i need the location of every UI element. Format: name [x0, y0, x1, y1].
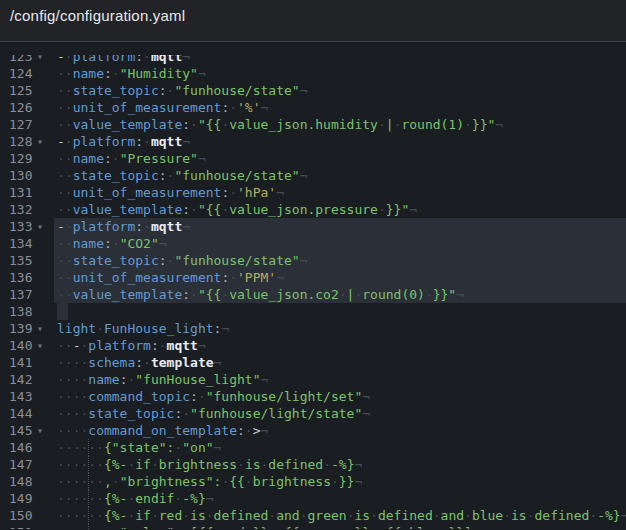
line-number: 131: [9, 184, 34, 201]
code-token: is: [245, 457, 261, 472]
code-token: :: [135, 49, 143, 64]
code-token: blue: [472, 508, 503, 523]
code-text[interactable]: ··unit_of_measurement:·'hPa'¬: [54, 184, 626, 201]
code-text[interactable]: ··state_topic:·"funhouse/state"¬: [54, 252, 626, 269]
whitespace-dots: ·: [112, 525, 120, 529]
code-text[interactable]: ······,·"brightness":·{{·brightness·}}¬: [54, 473, 626, 490]
code-text[interactable]: ······{%-·if·brightness·is·defined·-%}¬: [54, 456, 626, 473]
whitespace-dots: ·: [276, 525, 284, 529]
whitespace-dots: ····: [57, 508, 88, 523]
code-token: is: [354, 508, 370, 523]
line-gutter: 139▾: [0, 320, 54, 337]
code-token: "on": [182, 440, 213, 455]
code-text[interactable]: ··state_topic:·"funhouse/state"¬: [54, 82, 626, 99]
whitespace-dots: ··: [57, 338, 73, 353]
whitespace-dots: ····: [57, 355, 88, 370]
code-text[interactable]: ··-·platform:·mqtt¬: [54, 337, 626, 354]
newline-glyph: ¬: [198, 338, 206, 353]
fold-arrow-icon[interactable]: ▾: [37, 218, 49, 235]
code-token: mqtt: [167, 338, 198, 353]
line-gutter: 141: [0, 354, 54, 371]
code-text[interactable]: ····command_on_template:·>¬: [54, 422, 626, 439]
code-text[interactable]: [54, 303, 626, 320]
whitespace-dots: ·: [151, 457, 159, 472]
code-token: "funhouse/state": [174, 253, 299, 268]
code-token: "Pressure": [120, 151, 198, 166]
code-text[interactable]: ··name:·"Humidity"¬: [54, 65, 626, 82]
newline-glyph: ¬: [276, 270, 284, 285]
code-text[interactable]: ··state_topic:·"funhouse/state"¬: [54, 167, 626, 184]
code-text[interactable]: ··name:·"Pressure"¬: [54, 150, 626, 167]
line-number: 123: [9, 48, 34, 65]
code-text[interactable]: -·platform:·mqtt¬: [54, 218, 626, 235]
code-token: light: [57, 321, 96, 336]
code-token: value_template: [73, 117, 183, 132]
whitespace-dots: ··: [57, 66, 73, 81]
fold-arrow-icon[interactable]: ▾: [37, 422, 49, 439]
line-number: 127: [9, 116, 34, 133]
code-token: {{: [229, 474, 245, 489]
code-token: {%-: [104, 457, 127, 472]
code-text[interactable]: ··unit_of_measurement:·'PPM'¬: [54, 269, 626, 286]
code-text[interactable]: ······{%-·if·red·is·defined·and·green·is…: [54, 507, 626, 524]
code-token: -: [57, 134, 65, 149]
editor-toolbar: /config/configuration.yaml: [0, 0, 626, 42]
code-text[interactable]: ··value_template:·"{{·value_json.co2·|·r…: [54, 286, 626, 303]
whitespace-dots: ·: [65, 134, 73, 149]
code-text[interactable]: -·platform:·mqtt¬: [54, 133, 626, 150]
code-text[interactable]: ······{"state":·"on"¬: [54, 439, 626, 456]
code-text[interactable]: ····command_topic:·"funhouse/light/set"¬: [54, 388, 626, 405]
code-token: }}: [339, 474, 355, 489]
fold-arrow-icon[interactable]: ▾: [37, 320, 49, 337]
code-token: endif: [135, 491, 174, 506]
code-token: "funhouse/state": [174, 83, 299, 98]
code-token: -%}: [182, 491, 205, 506]
whitespace-dots: ····: [57, 406, 88, 421]
code-text[interactable]: ······,·"color":·[{{·red·}},·{{·green·}}…: [54, 524, 626, 529]
code-token: >: [253, 423, 261, 438]
newline-glyph: ¬: [456, 287, 464, 302]
code-token: platform: [73, 134, 136, 149]
code-token: -%}: [597, 508, 620, 523]
line-gutter: 150: [0, 507, 54, 524]
code-token: state_topic: [73, 83, 159, 98]
whitespace-dots: ··: [57, 168, 73, 183]
code-text[interactable]: ··value_template:·"{{·value_json.pressur…: [54, 201, 626, 218]
code-text[interactable]: ····name:·"funHouse_light"¬: [54, 371, 626, 388]
whitespace-dots: ·: [245, 474, 253, 489]
code-text[interactable]: ····schema:·template¬: [54, 354, 626, 371]
code-line: 133▾-·platform:·mqtt¬: [0, 218, 626, 235]
fold-arrow-icon[interactable]: ▾: [37, 337, 49, 354]
whitespace-dots: ·: [182, 508, 190, 523]
fold-arrow-icon[interactable]: ▾: [37, 133, 49, 150]
whitespace-dots: ··: [57, 287, 73, 302]
code-text[interactable]: ······{%-·endif·-%}¬: [54, 490, 626, 507]
newline-glyph: ¬: [206, 491, 214, 506]
code-line: 149······{%-·endif·-%}¬: [0, 490, 626, 507]
code-line: 145▾····command_on_template:·>¬: [0, 422, 626, 439]
code-token: brightness: [159, 457, 237, 472]
code-line: 130··state_topic:·"funhouse/state"¬: [0, 167, 626, 184]
code-token: "{{: [198, 287, 221, 302]
whitespace-dots: ·: [65, 49, 73, 64]
whitespace-dots: ·: [378, 202, 386, 217]
code-text[interactable]: -·platform:·mqtt¬: [54, 48, 626, 65]
whitespace-dots: ·: [245, 423, 253, 438]
code-token: "color":: [120, 525, 183, 529]
code-editor[interactable]: 123▾-·platform:·mqtt¬124··name:·"Humidit…: [0, 42, 626, 529]
code-token: 'hPa': [237, 185, 276, 200]
code-line: 123▾-·platform:·mqtt¬: [0, 48, 626, 65]
code-token: red: [221, 525, 244, 529]
line-number: 133: [9, 218, 34, 235]
code-text[interactable]: ··unit_of_measurement:·'%'¬: [54, 99, 626, 116]
code-token: "funhouse/light/state": [190, 406, 362, 421]
fold-arrow-icon[interactable]: ▾: [37, 48, 49, 65]
code-text[interactable]: light·FunHouse_light:¬: [54, 320, 626, 337]
code-line: 129··name:·"Pressure"¬: [0, 150, 626, 167]
code-text[interactable]: ··name:·"CO2"¬: [54, 235, 626, 252]
code-token: "Humidity": [120, 66, 198, 81]
line-number: 141: [9, 354, 34, 371]
code-text[interactable]: ····state_topic:·"funhouse/light/state"¬: [54, 405, 626, 422]
whitespace-dots: ·: [268, 508, 276, 523]
code-text[interactable]: ··value_template:·"{{·value_json.humidit…: [54, 116, 626, 133]
